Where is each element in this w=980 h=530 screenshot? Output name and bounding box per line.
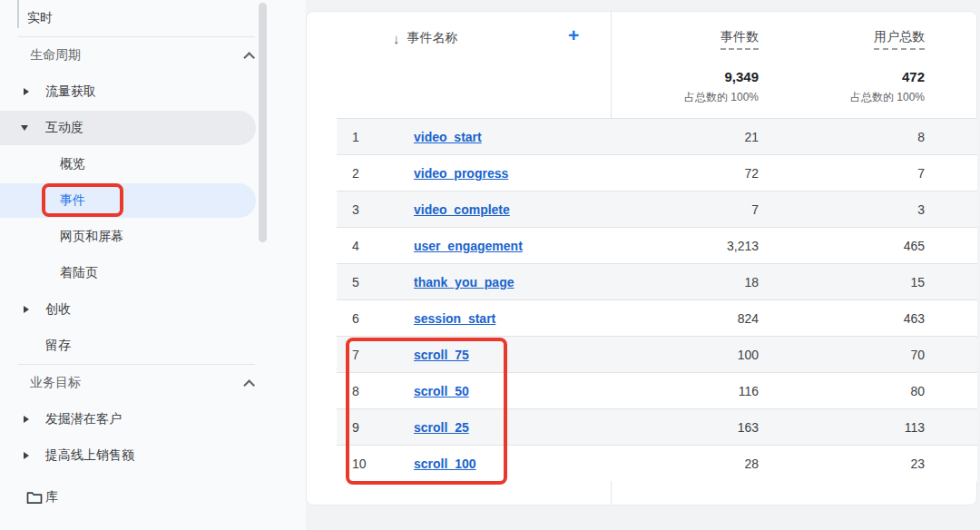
event-count-value: 163 (609, 420, 759, 435)
row-rank: 4 (352, 239, 359, 253)
total-users-column-header[interactable]: 用户总数 (759, 29, 925, 50)
table-row-user_engagement: 4user_engagement3,213465 (337, 227, 977, 263)
sidebar-item-drive-online-sales[interactable]: 提高线上销售额 (0, 437, 306, 474)
event-count-value: 116 (609, 384, 759, 398)
report-nav-sidebar: 实时生命周期流量获取互动度概览事件网页和屏幕着陆页创收留存业务目标发掘潜在客户提… (0, 0, 306, 530)
sidebar-scrollbar[interactable] (259, 3, 267, 242)
sidebar-item-label: 概览 (60, 156, 85, 172)
sidebar-item-label: 网页和屏幕 (60, 229, 123, 245)
total-users-value: 465 (759, 239, 925, 253)
sidebar-item-label: 提高线上销售额 (45, 447, 134, 464)
event-count-value: 7 (609, 202, 759, 217)
folder-icon (26, 491, 43, 505)
event-name-link[interactable]: video_complete (414, 202, 510, 217)
sidebar-item-label: 生命周期 (30, 47, 81, 64)
events-total-share: 占总数的 100% (611, 90, 759, 105)
sidebar-item-label: 实时 (27, 10, 53, 26)
row-rank: 1 (352, 130, 359, 144)
collapse-triangle-icon[interactable] (21, 125, 28, 131)
total-users-value: 70 (759, 348, 925, 362)
table-row-video_complete: 3video_complete73 (337, 191, 977, 227)
total-users-value: 7 (759, 166, 925, 181)
events-count-column-header[interactable]: 事件数 (611, 29, 759, 50)
event-name-link[interactable]: scroll_75 (414, 348, 469, 362)
event-name-link[interactable]: scroll_100 (414, 456, 476, 471)
row-rank: 10 (352, 456, 367, 471)
event-count-value: 21 (609, 130, 759, 144)
table-row-session_start: 6session_start824463 (337, 299, 977, 336)
sidebar-item-landing-page[interactable]: 着陆页 (0, 255, 306, 291)
sidebar-item-label: 发掘潜在客户 (45, 411, 122, 427)
expand-triangle-icon[interactable] (24, 416, 29, 423)
expand-triangle-icon[interactable] (24, 88, 29, 95)
row-rank: 9 (352, 420, 359, 435)
table-row-scroll_50: 8scroll_5011680 (337, 372, 977, 408)
row-rank: 5 (352, 275, 359, 290)
expand-triangle-icon[interactable] (24, 306, 29, 313)
event-count-value: 28 (609, 456, 759, 471)
table-row-scroll_25: 9scroll_25163113 (337, 408, 977, 445)
event-name-link[interactable]: scroll_50 (414, 384, 469, 398)
table-row-video_start: 1video_start218 (337, 118, 977, 154)
events-total-value: 9,349 (611, 69, 759, 84)
sidebar-item-library[interactable]: 库 (0, 474, 306, 521)
sidebar-item-label: 流量获取 (45, 83, 96, 100)
row-rank: 7 (352, 348, 359, 362)
chevron-up-icon[interactable] (243, 52, 255, 64)
event-name-header-label: 事件名称 (407, 30, 458, 46)
nav-highlight-pill (0, 111, 256, 145)
row-rank: 3 (352, 202, 359, 217)
sidebar-item-generate-leads[interactable]: 发掘潜在客户 (0, 401, 306, 437)
row-rank: 8 (352, 384, 359, 398)
event-count-value: 18 (609, 275, 759, 290)
sidebar-item-label: 着陆页 (60, 265, 98, 281)
nav-highlight-pill (0, 183, 256, 218)
sort-descending-icon[interactable]: ↓ (393, 31, 400, 46)
sidebar-item-monetization[interactable]: 创收 (0, 291, 306, 328)
users-total-value: 472 (759, 69, 925, 84)
sidebar-item-label: 互动度 (45, 120, 83, 136)
annotation-box-events-nav (42, 183, 123, 217)
table-row-scroll_75: 7scroll_7510070 (337, 336, 977, 372)
total-users-value: 23 (759, 456, 925, 471)
table-row-scroll_100: 10scroll_1002823 (337, 445, 977, 481)
event-name-link[interactable]: session_start (414, 311, 495, 326)
row-rank: 2 (352, 166, 359, 181)
sidebar-section-business-objectives[interactable]: 业务目标 (0, 365, 306, 401)
total-users-value: 8 (759, 130, 925, 144)
event-name-column-header[interactable]: ↓ 事件名称 (393, 30, 458, 46)
events-report-card: ↓ 事件名称 + 事件数 用户总数 9,349 472 占总数的 100% 占总… (306, 11, 977, 505)
total-users-value: 113 (759, 420, 925, 435)
row-rank: 6 (352, 311, 359, 326)
sidebar-item-label: 创收 (45, 301, 71, 318)
event-name-link[interactable]: video_progress (414, 166, 508, 181)
event-count-value: 100 (609, 348, 759, 362)
table-row-video_progress: 2video_progress727 (337, 154, 977, 191)
total-users-value: 3 (759, 202, 925, 217)
sidebar-item-label: 业务目标 (30, 375, 81, 391)
event-count-value: 72 (609, 166, 759, 181)
event-name-link[interactable]: scroll_25 (414, 420, 469, 435)
users-total-share: 占总数的 100% (759, 90, 925, 105)
sidebar-item-label: 库 (45, 489, 58, 505)
expand-triangle-icon[interactable] (24, 452, 29, 459)
event-count-value: 3,213 (609, 239, 759, 253)
event-name-link[interactable]: user_engagement (414, 239, 523, 253)
sidebar-item-label: 留存 (45, 338, 71, 354)
chevron-up-icon[interactable] (243, 379, 255, 391)
event-name-link[interactable]: video_start (414, 130, 482, 144)
total-users-value: 15 (759, 275, 925, 290)
event-name-link[interactable]: thank_you_page (414, 275, 514, 290)
sidebar-item-retention[interactable]: 留存 (0, 328, 306, 364)
total-users-value: 463 (759, 311, 925, 326)
table-row-thank_you_page: 5thank_you_page1815 (337, 263, 977, 299)
total-users-value: 80 (759, 384, 925, 398)
events-table-body: 1video_start2182video_progress7273video_… (337, 118, 977, 481)
add-column-button[interactable]: + (568, 25, 579, 46)
event-count-value: 824 (609, 311, 759, 326)
